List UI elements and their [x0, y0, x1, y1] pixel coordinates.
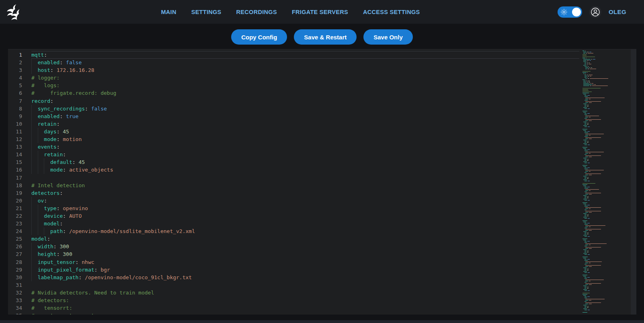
minimap-row — [585, 160, 631, 161]
minimap-row — [582, 274, 631, 274]
code-line-content[interactable]: enabled: true — [31, 112, 582, 120]
nav-item-main[interactable]: MAIN — [161, 9, 176, 15]
minimap-row — [585, 277, 631, 278]
minimap-row — [585, 106, 631, 106]
code-line-content[interactable]: mode: motion — [31, 135, 582, 143]
code-line-content[interactable]: mqtt: — [31, 51, 582, 59]
code-line-content[interactable]: model: — [31, 220, 582, 227]
code-line-content[interactable]: events: — [31, 143, 582, 151]
minimap-row — [583, 176, 631, 176]
indent-guide-line — [38, 204, 38, 212]
code-line-content[interactable]: labelmap_path: /openvino-model/coco_91cl… — [31, 274, 582, 281]
minimap[interactable] — [582, 49, 631, 315]
code-line-content[interactable]: ov: — [31, 197, 582, 204]
code-line-content[interactable]: retain: — [31, 151, 582, 158]
code-line-content[interactable]: retain: — [31, 120, 582, 128]
code-line-content[interactable]: path: /openvino-model/ssdlite_mobilenet_… — [31, 227, 582, 235]
save-restart-button[interactable]: Save & Restart — [294, 29, 357, 45]
minimap-row — [583, 271, 631, 272]
minimap-row — [582, 164, 631, 164]
minimap-row — [583, 74, 631, 74]
minimap-row — [585, 278, 631, 279]
minimap-row — [585, 298, 631, 298]
minimap-row — [585, 234, 631, 234]
code-line-content[interactable]: width: 300 — [31, 243, 582, 250]
code-line-content[interactable]: model: — [31, 235, 582, 243]
config-editor[interactable]: 1mqtt:2 enabled: false3 host: 172.16.16.… — [8, 49, 636, 315]
code-line-content[interactable]: height: 300 — [31, 250, 582, 258]
frigate-bird-icon — [5, 3, 23, 21]
minimap-row — [585, 207, 631, 208]
code-line-content[interactable]: input_tensor: nhwc — [31, 258, 582, 266]
code-line-content[interactable]: record: — [31, 97, 582, 105]
minimap-row — [583, 53, 631, 53]
minimap-row — [585, 216, 631, 216]
code-line-content[interactable]: type: openvino — [31, 204, 582, 212]
vertical-scrollbar[interactable] — [631, 49, 636, 315]
minimap-row — [585, 175, 631, 175]
code-line-content[interactable]: days: 45 — [31, 128, 582, 135]
minimap-row — [583, 186, 631, 186]
nav-item-recordings[interactable]: RECORDINGS — [236, 9, 277, 15]
indent-guide-line — [31, 158, 32, 166]
theme-toggle[interactable] — [558, 6, 582, 18]
nav-item-frigate-servers[interactable]: FRIGATE SERVERS — [292, 9, 348, 15]
footer-strip — [0, 320, 644, 323]
minimap-row — [585, 163, 631, 163]
code-line-content[interactable]: # detectors: — [31, 296, 582, 304]
minimap-row — [585, 252, 631, 252]
code-line-content[interactable]: # tensorrt: — [31, 304, 582, 312]
minimap-row — [585, 102, 631, 103]
code-line-content[interactable]: # logger: — [31, 74, 582, 82]
nav-item-settings[interactable]: SETTINGS — [191, 9, 222, 15]
minimap-row — [585, 157, 631, 157]
code-line-content[interactable]: sync_recordings: false — [31, 105, 582, 112]
minimap-row — [585, 196, 631, 197]
code-line-content[interactable]: enabled: false — [31, 59, 582, 66]
indent-guide-line — [38, 128, 38, 135]
minimap-row — [582, 201, 631, 202]
code-line-content[interactable] — [31, 174, 582, 182]
save-only-button[interactable]: Save Only — [363, 29, 413, 45]
minimap-row — [585, 251, 631, 251]
minimap-row — [585, 136, 631, 137]
nav-item-access-settings[interactable]: ACCESS SETTINGS — [363, 9, 420, 15]
minimap-row — [583, 180, 631, 180]
line-number: 26 — [8, 243, 22, 250]
minimap-row — [585, 193, 631, 193]
code-line-content[interactable]: # Intel detection — [31, 182, 582, 189]
minimap-row — [585, 307, 631, 308]
code-line-content[interactable]: default: 45 — [31, 158, 582, 166]
minimap-row — [583, 130, 631, 131]
indent-guide-line — [31, 197, 32, 204]
minimap-row — [585, 190, 631, 191]
line-number: 24 — [8, 227, 22, 235]
code-line-content[interactable]: device: AUTO — [31, 212, 582, 220]
minimap-row — [583, 60, 631, 61]
code-line-content[interactable]: # frigate.record: debug — [31, 89, 582, 97]
minimap-row — [585, 230, 631, 231]
code-line-content[interactable]: # type: tensorrt — [31, 312, 582, 315]
minimap-row — [582, 221, 631, 221]
code-line-content[interactable]: detectors: — [31, 189, 582, 197]
frigate-logo[interactable] — [5, 3, 23, 21]
copy-config-button[interactable]: Copy Config — [231, 29, 287, 45]
code-line-content[interactable]: # logs: — [31, 82, 582, 89]
code-area[interactable]: 1mqtt:2 enabled: false3 host: 172.16.16.… — [8, 49, 582, 315]
user-avatar[interactable] — [589, 6, 601, 18]
minimap-row — [585, 134, 631, 134]
minimap-row — [583, 83, 631, 84]
code-line-content[interactable]: host: 172.16.16.28 — [31, 66, 582, 74]
minimap-row — [585, 153, 631, 153]
code-line-content[interactable]: # Nvidia detectors. Need to train model — [31, 289, 582, 296]
code-line-content[interactable]: input_pixel_format: bgr — [31, 266, 582, 274]
minimap-row — [582, 312, 631, 313]
code-line-content[interactable]: mode: active_objects — [31, 166, 582, 174]
minimap-row — [582, 93, 631, 93]
config-toolbar: Copy Config Save & Restart Save Only — [0, 29, 644, 45]
code-line-content[interactable] — [31, 281, 582, 289]
minimap-row — [583, 148, 631, 149]
minimap-row — [585, 259, 631, 260]
line-number: 1 — [8, 51, 22, 59]
username[interactable]: OLEG — [609, 8, 626, 15]
